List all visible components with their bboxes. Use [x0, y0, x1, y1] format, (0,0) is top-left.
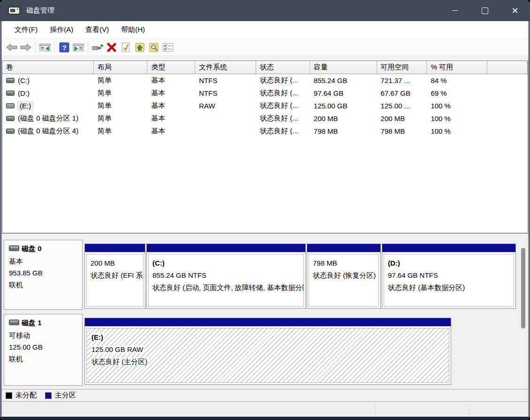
column-header-8[interactable]: [487, 61, 528, 74]
volume-rows: (C:) 简单基本NTFS状态良好 (...855.24 GB721.37 ..…: [2, 74, 528, 137]
window-bottom-border: [0, 417, 530, 420]
maximize-button[interactable]: [470, 0, 500, 21]
column-header-1[interactable]: 布局: [94, 61, 148, 74]
status-bar: [2, 402, 528, 417]
partition-size: 200 MB: [91, 257, 143, 269]
volume-drive-icon: [6, 77, 15, 84]
svg-text:?: ?: [62, 43, 66, 51]
folder-search-icon: [149, 42, 159, 53]
disk-name: 磁盘 1: [22, 319, 42, 328]
graphical-view: 磁盘 0 基本 953.85 GB 联机 200 MB 状态良好 (EFI 系统…: [2, 233, 528, 389]
legend-bar: 未分配 主分区: [2, 389, 528, 402]
table-row[interactable]: (磁盘 0 磁盘分区 4) 简单基本状态良好 (...798 MB798 MB1…: [2, 125, 528, 137]
window-right-border: [528, 21, 530, 417]
table-cell: 简单: [94, 101, 148, 110]
column-header-0[interactable]: 卷: [2, 61, 94, 74]
column-header-2[interactable]: 类型: [147, 61, 195, 74]
column-header-4[interactable]: 状态: [256, 61, 310, 74]
partition-label: (C:): [152, 257, 303, 269]
table-cell: 798 MB: [377, 127, 427, 135]
forward-icon: [20, 43, 32, 52]
menu-item-0[interactable]: 文件(F): [8, 23, 44, 37]
minimize-icon: [452, 10, 458, 11]
menu-item-1[interactable]: 操作(A): [44, 23, 79, 37]
back-button[interactable]: [5, 41, 19, 54]
column-header-7[interactable]: % 可用: [427, 61, 487, 74]
partition-header-bar: [85, 244, 145, 252]
minimize-button[interactable]: [440, 0, 470, 21]
column-header-5[interactable]: 容量: [310, 61, 377, 74]
properties-list-button[interactable]: [161, 41, 175, 54]
partition-header-bar: [85, 318, 451, 327]
folder-up-button[interactable]: [133, 41, 147, 54]
disk-row-0: 磁盘 0 基本 953.85 GB 联机 200 MB 状态良好 (EFI 系统…: [2, 240, 528, 310]
column-header-3[interactable]: 文件系统: [195, 61, 256, 74]
table-cell: 67.67 GB: [377, 89, 427, 97]
partition[interactable]: (D:) 97.64 GB NTFS 状态良好 (基本数据分区): [382, 244, 516, 309]
vertical-scrollbar-thumb[interactable]: [521, 248, 525, 328]
partition[interactable]: (C:) 855.24 GB NTFS 状态良好 (启动, 页面文件, 故障转储…: [146, 244, 306, 309]
volume-label: (磁盘 0 磁盘分区 1): [18, 114, 78, 123]
toolbar-separator: [54, 42, 55, 53]
volume-drive-icon: [6, 103, 15, 109]
menu-item-3[interactable]: 帮助(H): [115, 23, 151, 37]
toolbar-separator: [88, 42, 88, 53]
console-tree-icon: [39, 43, 51, 52]
table-cell: 基本: [147, 101, 195, 110]
partition-status: 状态良好 (主分区): [91, 356, 449, 368]
table-cell: 125.00 GB: [310, 102, 377, 110]
forward-button[interactable]: [19, 41, 33, 54]
status-divider: [469, 404, 469, 415]
table-cell: 200 MB: [310, 115, 377, 122]
folder-search-button[interactable]: [147, 41, 161, 54]
partition-header-bar: [382, 244, 515, 252]
action-pane-button[interactable]: [71, 41, 85, 54]
toolbar: ?: [2, 39, 528, 56]
disk-state: 联机: [9, 279, 77, 290]
help-button[interactable]: ?: [57, 41, 71, 54]
menu-item-2[interactable]: 查看(V): [79, 23, 115, 37]
table-row[interactable]: (C:) 简单基本NTFS状态良好 (...855.24 GB721.37 ..…: [2, 74, 528, 87]
check-document-button[interactable]: [119, 41, 133, 54]
table-cell: 状态良好 (...: [256, 89, 310, 98]
table-cell: 状态良好 (...: [256, 76, 310, 85]
table-cell: 状态良好 (...: [256, 127, 310, 136]
table-cell: 100 %: [427, 102, 487, 110]
console-tree-button[interactable]: [38, 41, 52, 54]
table-cell: 简单: [94, 114, 148, 123]
partition[interactable]: 798 MB 状态良好 (恢复分区): [307, 244, 381, 309]
disk-icon: [9, 319, 19, 327]
menu-bar: 文件(F)操作(A)查看(V)帮助(H): [2, 21, 528, 39]
legend-swatch: [6, 392, 12, 399]
table-row[interactable]: (E:) 简单基本RAW状态良好 (...125.00 GB125.00 ...…: [2, 99, 528, 112]
table-cell: 84 %: [427, 76, 487, 84]
action-pane-icon: [73, 43, 84, 52]
disk-icon: [9, 245, 19, 253]
back-icon: [6, 43, 18, 52]
partition[interactable]: 200 MB 状态良好 (EFI 系统分区): [84, 244, 145, 309]
table-row[interactable]: (D:) 简单基本NTFS状态良好 (...97.64 GB67.67 GB69…: [2, 87, 528, 99]
partition-status: 状态良好 (恢复分区): [313, 269, 379, 282]
partition-size: 798 MB: [313, 257, 379, 269]
table-cell: RAW: [195, 102, 256, 110]
disk-type: 可移动: [9, 329, 77, 341]
app-disk-icon: [8, 6, 21, 16]
volume-list: 卷布局类型文件系统状态容量可用空间% 可用 (C:) 简单基本NTFS状态良好 …: [2, 61, 528, 233]
volume-drive-icon: [6, 90, 15, 96]
table-row[interactable]: (磁盘 0 磁盘分区 1) 简单基本状态良好 (...200 MB200 MB1…: [2, 112, 528, 125]
titlebar: 磁盘管理 ✕: [0, 0, 530, 21]
partition[interactable]: (E:) 125.00 GB RAW 状态良好 (主分区): [84, 318, 451, 385]
disk-info-card[interactable]: 磁盘 1 可移动 125.00 GB 联机: [4, 314, 83, 386]
disk-tool-button[interactable]: [91, 41, 105, 54]
table-cell: 855.24 GB: [310, 76, 377, 84]
column-header-6[interactable]: 可用空间: [377, 61, 427, 74]
volume-drive-icon: [6, 128, 15, 134]
disk-info-card[interactable]: 磁盘 0 基本 953.85 GB 联机: [4, 240, 83, 310]
partition-size: 97.64 GB NTFS: [388, 269, 514, 282]
delete-volume-button[interactable]: [105, 41, 119, 54]
partition-header-bar: [307, 244, 380, 252]
table-cell: 基本: [147, 76, 195, 85]
partition-label: (D:): [388, 257, 514, 269]
legend-label: 未分配: [15, 391, 37, 400]
close-button[interactable]: ✕: [500, 0, 530, 21]
